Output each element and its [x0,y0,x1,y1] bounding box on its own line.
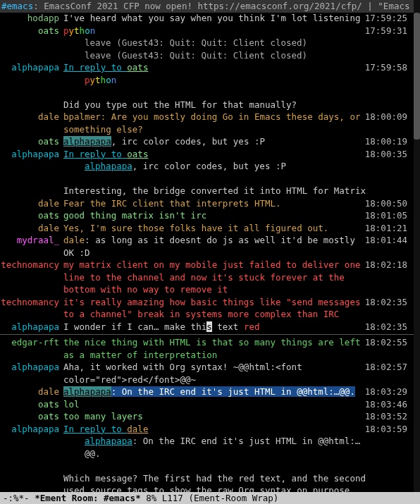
message-row: hodappI've heard what you say when you t… [0,12,414,25]
timestamp: 17:59:25 [364,12,407,25]
message-row: technomancymy matrix client on my mobile… [0,259,414,296]
timestamp: 17:59:31 [364,25,407,37]
message-body: the nice thing with HTML is that so many… [63,336,414,361]
nick: dale [0,111,63,123]
message-body: leave (Guest43: Quit: Quit: Client close… [63,37,414,49]
rainbow-text: python [85,75,116,85]
nick: oats [0,410,63,423]
timestamp: 18:03:52 [364,410,407,423]
timestamp: 18:03:29 [364,386,407,398]
nick: dale [0,197,63,210]
message-body: Interesting, the bridge converted it int… [63,185,414,197]
channel-name: #emacs [1,1,33,11]
nick: hodapp [0,12,63,25]
nick: technomancy [0,259,63,271]
nick: alphapapa [0,61,63,74]
message-row: oatsgood thing matrix isn't irc18:01:05 [0,209,414,222]
message-body: In reply to oats [63,148,414,161]
scrollbar[interactable] [414,0,420,504]
message-row: oatsalphapapa, irc color codes, but yes … [0,135,414,148]
rainbow-text: python [63,25,95,36]
message-body: it's really amazing how basic things lik… [63,296,414,321]
message-body: python [63,74,414,87]
message-body: alphapapa, irc color codes, but yes :P [63,135,414,148]
nick: oats [0,135,63,148]
timestamp: 17:59:58 [364,61,407,74]
message-body: Fear the IRC client that interprets HTML… [63,197,414,210]
message-row: dalealphapapa: On the IRC end it's just … [0,386,414,398]
timestamp: 18:00:09 [364,111,407,123]
timestamp: 18:02:55 [364,336,407,349]
message-row: leave (Guest43: Quit: Quit: Client close… [0,37,414,49]
line-number: L117 [162,493,183,503]
message-body: Which message? The first had the red tex… [63,472,414,493]
message-body: I've heard what you say when you think I… [63,12,414,25]
timestamp: 18:00:35 [364,148,407,161]
message-row: oatspython17:59:31 [0,25,414,37]
message-body: dale: as long as it doesnt do js as well… [63,234,414,259]
nick: oats [0,209,63,222]
message-row: Which message? The first had the red tex… [0,472,414,493]
message-row: oatstoo many layers18:03:52 [0,410,414,423]
message-row: alphapapaIn reply to oats17:59:58 [0,61,414,74]
timestamp: 18:02:35 [364,296,407,309]
message-body: Did you type out the HTML for that manua… [63,99,414,111]
nick: dale [0,386,63,398]
window-title: #emacs: EmacsConf 2021 CFP now open! htt… [0,0,420,13]
timestamp: 18:02:18 [364,259,407,271]
message-row: leave (Guest43: Quit: Quit: Client close… [0,49,414,62]
message-row: daleFear the IRC client that interprets … [0,197,414,210]
message-body: alphapapa, irc color codes, but yes :P [63,160,414,173]
nick: alphapapa [0,423,63,436]
modeline: -:%*- *Ement Room: #emacs* 8% L117 (Emen… [0,492,420,504]
message-body: alphapapa: On the IRC end it's just HTML… [63,386,414,398]
timestamp: 18:03:59 [364,423,407,436]
message-log[interactable]: hodappI've heard what you say when you t… [0,12,414,492]
nick: technomancy [0,296,63,309]
timestamp: 18:01:44 [364,234,407,247]
message-row: mydraal_dale: as long as it doesnt do js… [0,234,414,259]
major-mode: (Ement-Room Wrap) [183,493,278,503]
nick: oats [0,398,63,411]
message-row: alphapapa: On the IRC end it's just HTML… [0,435,414,460]
message-separator [0,334,414,335]
message-body: python [63,25,414,37]
message-body: Yes, I'm sure those folks have it all fi… [63,222,414,235]
message-row: alphapapaI wonder if I can… make this te… [0,321,414,333]
message-row: technomancyit's really amazing how basic… [0,296,414,321]
message-body: Aha, it worked with Org syntax! ~@@html:… [63,361,414,386]
message-row: Interesting, the bridge converted it int… [0,185,414,197]
timestamp: 18:02:57 [364,361,407,374]
timestamp: 18:01:21 [364,222,407,235]
message-body: I wonder if I can… make this text red [63,321,414,333]
timestamp: 18:03:46 [364,398,407,411]
message-row: python [0,74,414,87]
message-row: edgar-rftthe nice thing with HTML is tha… [0,336,414,361]
message-body: my matrix client on my mobile just faile… [63,259,414,296]
timestamp: 18:01:05 [364,209,407,222]
message-row: alphapapa, irc color codes, but yes :P [0,160,414,173]
nick: dale [0,222,63,235]
buffer-name: *Ement Room: #emacs* [35,493,141,503]
timestamp: 18:00:50 [364,197,407,210]
emacs-frame: { "title": {"channel":"#emacs", "sep":":… [0,0,420,504]
message-row: daleYes, I'm sure those folks have it al… [0,222,414,235]
message-row: dalebpalmer: Are you mostly doing Go in … [0,111,414,135]
message-body: good thing matrix isn't irc [63,209,414,222]
message-body: lol [63,398,414,411]
message-body: too many layers [63,410,414,423]
timestamp: 18:00:19 [364,135,407,148]
nick: mydraal_ [0,234,63,247]
message-body: In reply to dale [63,423,414,436]
nick: edgar-rft [0,336,63,349]
message-body: alphapapa: On the IRC end it's just HTML… [63,435,414,460]
message-row: Did you type out the HTML for that manua… [0,99,414,111]
nick: alphapapa [0,321,63,333]
message-row: alphapapaIn reply to dale18:03:59 [0,423,414,436]
scrollbar-thumb[interactable] [414,13,420,140]
nick: oats [0,25,63,37]
message-row: oatslol18:03:46 [0,398,414,411]
message-body: bpalmer: Are you mostly doing Go in Emac… [63,111,414,135]
message-body: leave (Guest43: Quit: Quit: Client close… [63,49,414,62]
message-row: alphapapaAha, it worked with Org syntax!… [0,361,414,386]
